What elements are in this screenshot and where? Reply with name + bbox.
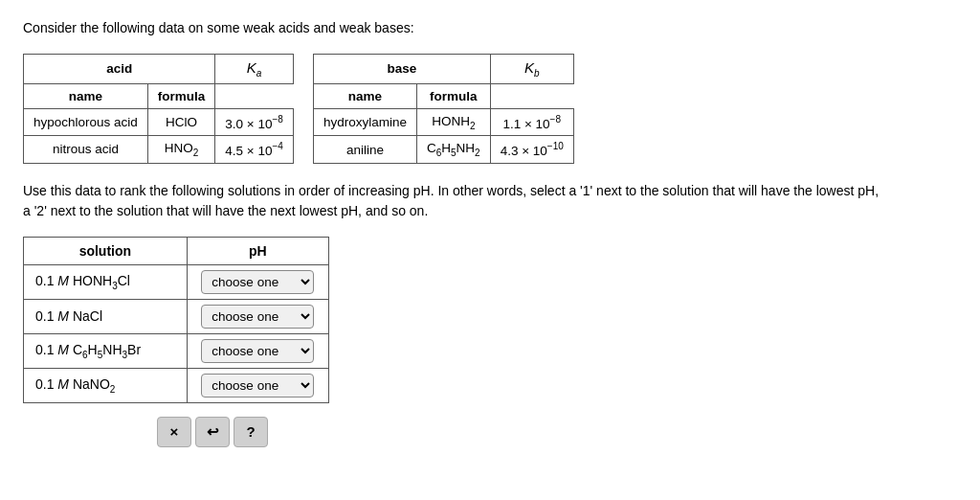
clear-button[interactable]: × [157,417,191,447]
kb-header: Kb [490,54,573,83]
solution-dropdown-cell-4: choose one 1 2 3 4 [187,368,328,402]
base-name-1: hydroxylamine [313,108,416,136]
base-formula-2: C6H5NH2 [416,136,490,164]
intro-text: Consider the following data on some weak… [23,19,957,38]
solution-dropdown-3[interactable]: choose one 1 2 3 4 [201,339,314,363]
solution-row-3: 0.1 M C6H5NH3Br choose one 1 2 3 4 [24,333,329,368]
solution-dropdown-cell-3: choose one 1 2 3 4 [187,333,328,368]
acid-row-1: hypochlorous acid HClO 3.0 × 10−8 [24,108,294,136]
base-name-2: aniline [313,136,416,164]
acid-formula-2: HNO2 [147,136,215,164]
solution-label-2: 0.1 M NaCl [24,299,188,333]
solution-dropdown-1[interactable]: choose one 1 2 3 4 [201,270,314,294]
solution-label-1: 0.1 M HONH3Cl [24,264,188,299]
solution-dropdown-cell-2: choose one 1 2 3 4 [187,299,328,333]
solution-row-1: 0.1 M HONH3Cl choose one 1 2 3 4 [24,264,329,299]
solution-table: solution pH 0.1 M HONH3Cl choose one 1 2… [23,237,329,403]
acid-ka-1: 3.0 × 10−8 [215,108,294,136]
base-row-1: hydroxylamine HONH2 1.1 × 10−8 [313,108,573,136]
acid-table: acid Ka name formula hypochlorous acid H… [23,54,294,164]
acid-formula-1: HClO [147,108,215,136]
solution-label-3: 0.1 M C6H5NH3Br [24,333,188,368]
base-kb-2: 4.3 × 10−10 [490,136,573,164]
acid-ka-2: 4.5 × 10−4 [215,136,294,164]
solution-dropdown-4[interactable]: choose one 1 2 3 4 [201,374,314,398]
solution-row-2: 0.1 M NaCl choose one 1 2 3 4 [24,299,329,333]
bottom-buttons: × ↩ ? [157,417,957,447]
solution-label-4: 0.1 M NaNO2 [24,368,188,402]
solution-row-4: 0.1 M NaNO2 choose one 1 2 3 4 [24,368,329,402]
acid-col-name: name [24,83,148,108]
base-col-name: name [313,83,416,108]
base-title: base [313,54,490,83]
tables-wrapper: acid Ka name formula hypochlorous acid H… [23,54,957,164]
base-kb-1: 1.1 × 10−8 [490,108,573,136]
undo-button[interactable]: ↩ [195,417,230,447]
ph-col-header: pH [187,237,328,264]
acid-name-1: hypochlorous acid [24,108,148,136]
solution-col-header: solution [24,237,188,264]
acid-col-formula: formula [147,83,215,108]
solution-dropdown-2[interactable]: choose one 1 2 3 4 [201,305,314,329]
base-formula-1: HONH2 [416,108,490,136]
instruction-text: Use this data to rank the following solu… [23,181,884,221]
base-table: base Kb name formula hydroxylamine HONH2… [313,54,574,164]
acid-title: acid [24,54,215,83]
acid-name-2: nitrous acid [24,136,148,164]
solution-dropdown-cell-1: choose one 1 2 3 4 [187,264,328,299]
base-row-2: aniline C6H5NH2 4.3 × 10−10 [313,136,573,164]
base-col-formula: formula [416,83,490,108]
ka-header: Ka [215,54,294,83]
help-button[interactable]: ? [234,417,268,447]
acid-row-2: nitrous acid HNO2 4.5 × 10−4 [24,136,294,164]
